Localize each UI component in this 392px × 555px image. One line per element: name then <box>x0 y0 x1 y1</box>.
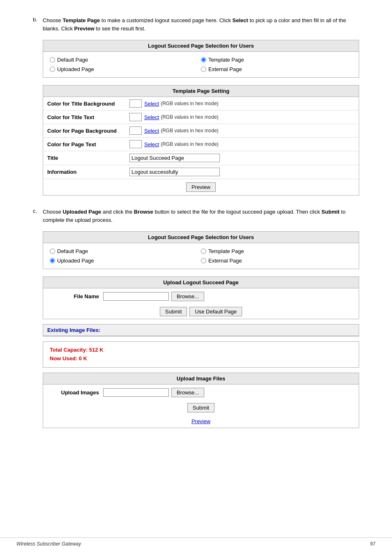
footer-left: Wireless Subscriber Gateway <box>16 541 81 547</box>
upload-images-submit-row: Submit <box>43 401 359 415</box>
radio-template-page-c[interactable]: Template Page <box>201 246 352 256</box>
title-label: Title <box>47 155 129 161</box>
existing-files-box: Existing Image Files: <box>43 324 359 336</box>
color-title-text-hint: (RGB values in hex mode) <box>161 114 219 120</box>
color-title-text-row: Color for Title Text Select (RGB values … <box>43 111 359 124</box>
color-page-text-row: Color for Page Text Select (RGB values i… <box>43 138 359 151</box>
color-page-text-select[interactable]: Select <box>144 141 159 147</box>
upload-images-row: Upload Images Browse... <box>43 385 359 401</box>
color-title-bg-hint: (RGB values in hex mode) <box>161 101 219 106</box>
upload-images-header: Upload Image Files <box>43 373 359 385</box>
footer-right: 97 <box>370 541 376 547</box>
color-title-text-value: Select (RGB values in hex mode) <box>129 113 355 121</box>
radio-external-label-b: External Page <box>208 66 242 72</box>
info-row: Information <box>43 165 359 179</box>
color-page-text-label: Color for Page Text <box>47 141 129 147</box>
upload-use-default-button[interactable]: Use Default Page <box>189 307 242 316</box>
radio-default-label-b: Default Page <box>57 57 88 63</box>
radio-default-c[interactable] <box>50 249 55 254</box>
upload-images-submit-button[interactable]: Submit <box>187 403 214 412</box>
color-title-text-swatch <box>129 113 142 121</box>
color-title-bg-label: Color for Title Background <box>47 101 129 107</box>
now-used-label: Now Used: <box>50 355 77 362</box>
radio-external-label-c: External Page <box>208 258 242 264</box>
upload-images-browse-button[interactable]: Browse... <box>171 388 204 397</box>
radio-uploaded-page-b[interactable]: Uploaded Page <box>50 64 201 74</box>
template-settings-header: Template Page Setting <box>43 85 359 97</box>
radio-template-page-b[interactable]: Template Page <box>201 55 352 64</box>
upload-file-input[interactable] <box>103 292 169 301</box>
total-capacity-value: 512 K <box>89 347 104 353</box>
radio-template-c[interactable] <box>201 249 206 254</box>
logout-selection-header-c: Logout Succeed Page Selection for Users <box>43 232 359 243</box>
radio-uploaded-c[interactable] <box>50 258 55 263</box>
color-page-bg-label: Color for Page Background <box>47 128 129 134</box>
radio-default-label-c: Default Page <box>57 248 88 254</box>
radio-external-b[interactable] <box>201 67 206 72</box>
radio-template-label-c: Template Page <box>208 248 244 254</box>
color-page-text-hint: (RGB values in hex mode) <box>161 141 219 147</box>
section-b-text: Choose Template Page to make a customize… <box>43 16 359 32</box>
template-settings-box: Template Page Setting Color for Title Ba… <box>43 85 359 196</box>
radio-uploaded-label-b: Uploaded Page <box>57 66 94 72</box>
info-label: Information <box>47 169 129 175</box>
now-used-line: Now Used: 0 K <box>50 355 352 363</box>
logout-selection-box-b: Logout Succeed Page Selection for Users … <box>43 40 359 78</box>
section-b-letter: b. <box>33 16 39 23</box>
upload-images-box: Upload Image Files Upload Images Browse.… <box>43 373 359 428</box>
color-page-bg-select[interactable]: Select <box>144 128 159 134</box>
radio-default-b[interactable] <box>50 57 55 62</box>
radio-external-page-b[interactable]: External Page <box>201 64 352 74</box>
section-c-letter: c. <box>33 208 39 214</box>
radio-external-page-c[interactable]: External Page <box>201 256 352 265</box>
radio-uploaded-label-c: Uploaded Page <box>57 258 94 264</box>
color-title-bg-swatch <box>129 99 142 108</box>
radio-template-label-b: Template Page <box>208 57 244 63</box>
total-capacity-label: Total Capacity: <box>50 347 88 353</box>
section-c-text: Choose Uploaded Page and click the Brows… <box>43 208 359 224</box>
color-page-bg-swatch <box>129 127 142 135</box>
section-c: c. Choose Uploaded Page and click the Br… <box>33 208 359 428</box>
color-title-bg-select[interactable]: Select <box>144 101 159 107</box>
color-title-bg-row: Color for Title Background Select (RGB v… <box>43 97 359 111</box>
radio-grid-b: Default Page Template Page Uploaded Page… <box>43 52 359 77</box>
upload-images-preview-link[interactable]: Preview <box>191 418 210 424</box>
logout-selection-box-c: Logout Succeed Page Selection for Users … <box>43 231 359 269</box>
color-page-bg-value: Select (RGB values in hex mode) <box>129 127 355 135</box>
radio-uploaded-page-c[interactable]: Uploaded Page <box>50 256 201 265</box>
radio-external-c[interactable] <box>201 258 206 263</box>
color-title-bg-value: Select (RGB values in hex mode) <box>129 99 355 108</box>
upload-logout-header: Upload Logout Succeed Page <box>43 277 359 288</box>
upload-images-label: Upload Images <box>50 389 99 396</box>
title-row: Title <box>43 151 359 165</box>
title-value <box>129 154 355 162</box>
upload-submit-button[interactable]: Submit <box>160 307 187 316</box>
radio-uploaded-b[interactable] <box>50 67 55 72</box>
color-title-text-label: Color for Title Text <box>47 114 129 120</box>
color-title-text-select[interactable]: Select <box>144 114 159 120</box>
radio-default-page-b[interactable]: Default Page <box>50 55 201 64</box>
info-input[interactable] <box>129 168 220 176</box>
capacity-box: Total Capacity: 512 K Now Used: 0 K <box>43 341 359 368</box>
upload-logout-box: Upload Logout Succeed Page File Name Bro… <box>43 276 359 319</box>
upload-file-row: File Name Browse... <box>43 288 359 304</box>
color-page-text-value: Select (RGB values in hex mode) <box>129 140 355 148</box>
template-preview-button[interactable]: Preview <box>186 182 216 192</box>
page-footer: Wireless Subscriber Gateway 97 <box>0 537 392 547</box>
radio-template-b[interactable] <box>201 57 206 62</box>
radio-grid-c: Default Page Template Page Uploaded Page… <box>43 243 359 269</box>
title-input[interactable] <box>129 154 220 162</box>
template-preview-row: Preview <box>43 179 359 195</box>
upload-images-input[interactable] <box>103 388 169 397</box>
logout-selection-header-b: Logout Succeed Page Selection for Users <box>43 40 359 52</box>
radio-default-page-c[interactable]: Default Page <box>50 246 201 256</box>
section-b: b. Choose Template Page to make a custom… <box>33 16 359 196</box>
color-page-text-swatch <box>129 140 142 148</box>
section-b-label: b. Choose Template Page to make a custom… <box>33 16 359 32</box>
info-value <box>129 168 355 176</box>
existing-files-header: Existing Image Files: <box>43 325 359 336</box>
upload-browse-button[interactable]: Browse... <box>171 292 204 301</box>
upload-file-label: File Name <box>50 293 99 299</box>
upload-button-row: Submit Use Default Page <box>43 304 359 319</box>
color-page-bg-row: Color for Page Background Select (RGB va… <box>43 124 359 138</box>
